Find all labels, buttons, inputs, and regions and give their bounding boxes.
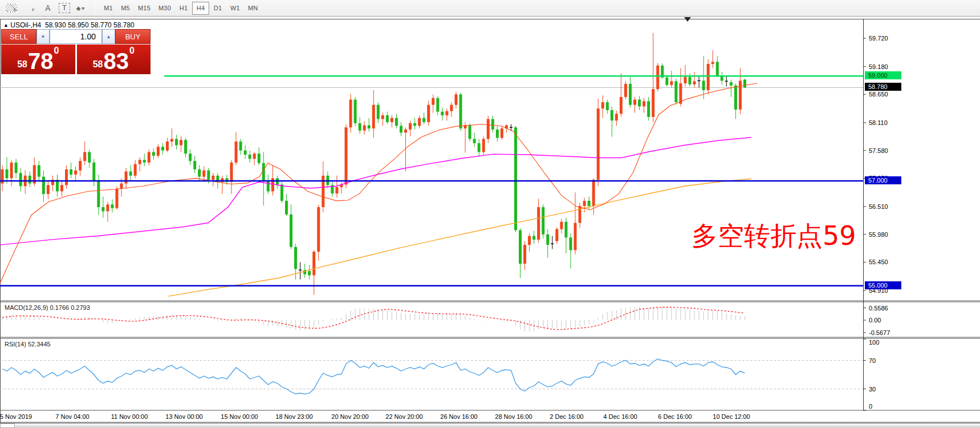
price-axis-label: 55.980 — [869, 231, 888, 238]
price-axis-line — [863, 19, 864, 410]
price-tag-59.000: 59.000 — [865, 71, 901, 79]
buy-button[interactable]: BUY — [115, 29, 151, 44]
volume-decrease-button[interactable]: ▼ — [36, 29, 50, 44]
price-axis-label: 56.510 — [869, 203, 888, 210]
price-tag-58.780: 58.780 — [865, 83, 901, 91]
sell-price-box[interactable]: 58 78 0 — [1, 45, 75, 74]
price-axis-label: 59.720 — [869, 35, 888, 42]
sell-price-main: 78 — [28, 50, 54, 72]
macd-scale-label: -0.5677 — [869, 329, 890, 336]
date-axis-label: 18 Nov 23:00 — [275, 413, 312, 420]
date-axis-label: 26 Nov 16:00 — [440, 413, 477, 420]
chart-shift-icon[interactable] — [684, 17, 691, 22]
macd-scale-label: 0.5586 — [869, 305, 888, 312]
volume-input[interactable] — [50, 29, 102, 44]
rsi-indicator-label: RSI(14) 52.3445 — [5, 341, 51, 348]
rsi-scale-label: 70 — [869, 357, 876, 364]
date-axis-label: 28 Nov 16:00 — [495, 413, 532, 420]
price-axis-label: 57.580 — [869, 147, 888, 154]
one-click-trading-panel: SELL ▼ ▲ BUY 58 78 0 58 83 0 — [1, 29, 151, 74]
sell-button[interactable]: SELL — [1, 29, 36, 44]
price-tag-57.000: 57.000 — [865, 176, 901, 184]
price-axis-label: 58.110 — [869, 119, 888, 126]
ohlc-close: 58.780 — [113, 21, 135, 29]
buy-price-main: 83 — [103, 50, 129, 72]
rsi-scale-label: 0 — [869, 403, 872, 410]
scrollbar-thumb[interactable] — [0, 423, 15, 428]
chart-annotation-text: 多空转折点59 — [692, 219, 856, 254]
ohlc-high: 58.950 — [68, 21, 89, 29]
volume-increase-button[interactable]: ▲ — [102, 29, 115, 44]
date-axis-label: 5 Nov 2019 — [0, 413, 32, 420]
date-axis-label: 6 Dec 16:00 — [658, 413, 692, 420]
date-axis-label: 2 Dec 16:00 — [550, 413, 583, 420]
date-axis-label: 4 Dec 16:00 — [603, 413, 637, 420]
horizontal-scrollbar[interactable] — [0, 423, 980, 428]
date-axis-label: 15 Nov 00:00 — [221, 413, 258, 420]
date-axis-label: 13 Nov 00:00 — [165, 413, 202, 420]
buy-price-int: 58 — [93, 59, 103, 70]
symbol-period: USOil-,H4 — [10, 21, 41, 29]
macd-scale-label: 0.00 — [869, 317, 881, 324]
price-axis-label: 58.650 — [869, 91, 888, 98]
sell-price-pip: 0 — [54, 46, 59, 56]
price-axis-label: 59.180 — [869, 63, 888, 70]
ohlc-low: 58.770 — [91, 21, 112, 29]
chart-header: ▲ USOil-,H4 58.930 58.950 58.770 58.780 — [3, 21, 135, 29]
symbol-arrow-icon: ▲ — [3, 22, 9, 28]
sell-price-int: 58 — [17, 59, 27, 70]
date-axis-label: 11 Nov 00:00 — [111, 413, 148, 420]
price-tag-55.000: 55.000 — [865, 281, 901, 289]
macd-indicator-label: MACD(12,26,9) 0.1766 0.2793 — [5, 304, 90, 311]
date-axis-label: 20 Nov 20:00 — [331, 413, 368, 420]
date-axis-label: 10 Dec 12:00 — [713, 413, 750, 420]
ohlc-open: 58.930 — [45, 21, 66, 29]
buy-price-pip: 0 — [129, 46, 135, 56]
date-axis-label: 22 Nov 20:00 — [385, 413, 422, 420]
rsi-scale-label: 100 — [869, 339, 879, 346]
buy-price-box[interactable]: 58 83 0 — [77, 45, 151, 74]
rsi-scale-label: 30 — [869, 386, 876, 393]
price-axis-label: 55.450 — [869, 259, 888, 265]
date-axis-label: 7 Nov 04:00 — [55, 413, 89, 420]
